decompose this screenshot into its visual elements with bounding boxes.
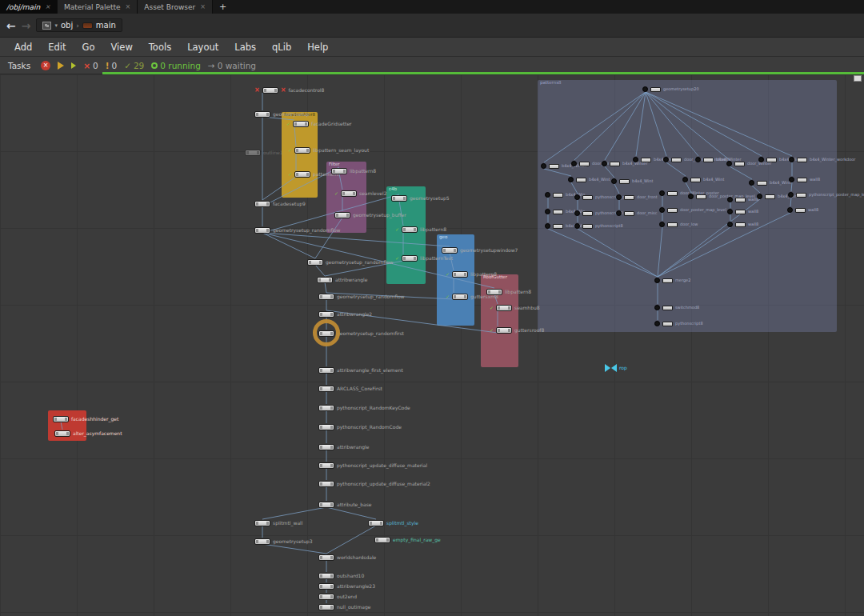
graph-node-r2[interactable]: ✓seamhbu8 bbox=[490, 304, 540, 311]
tab-close-icon[interactable]: × bbox=[200, 4, 206, 10]
dropdown-icon[interactable]: ▾ bbox=[54, 22, 58, 29]
graph-node-gE3[interactable]: door_low bbox=[659, 221, 698, 228]
node-dot bbox=[602, 161, 607, 166]
cancel-tasks-icon[interactable]: × bbox=[41, 61, 50, 70]
graph-node-m4[interactable]: geometrysetup_randomflow bbox=[254, 226, 341, 234]
network-canvas[interactable]: facadesolder8Filterc4bgeoRoofGutterpatte… bbox=[0, 74, 864, 616]
graph-node-p3[interactable]: geometrysetup_buffer bbox=[334, 211, 406, 218]
tab-label: Material Palette bbox=[64, 3, 121, 11]
graph-node-c14[interactable]: worldshardsdale bbox=[318, 554, 376, 561]
graph-node-gD6[interactable]: wall8 bbox=[787, 206, 818, 214]
breadcrumb-root[interactable]: obj bbox=[61, 21, 73, 30]
node-body bbox=[553, 224, 563, 229]
menu-layout[interactable]: Layout bbox=[179, 39, 226, 55]
menu-add[interactable]: Add bbox=[6, 39, 40, 55]
graph-node-gA9[interactable]: b4x4_Winter_workdoor bbox=[789, 156, 855, 163]
graph-node-y1[interactable]: ✓facadeGridsetter bbox=[286, 120, 352, 127]
back-icon[interactable]: ← bbox=[6, 20, 16, 31]
graph-node-s4[interactable]: empty_final_raw_ge bbox=[374, 536, 441, 543]
node-type-icon[interactable] bbox=[82, 22, 93, 29]
graph-node-s2[interactable]: geometrysetup3 bbox=[254, 538, 313, 545]
tab-obj-main[interactable]: /obj/main × bbox=[0, 0, 58, 14]
node-label: seamlevel2 bbox=[359, 191, 386, 196]
tab-material-palette[interactable]: Material Palette × bbox=[58, 0, 138, 14]
graph-node-c6[interactable]: attribwrangle_first_element bbox=[318, 366, 403, 374]
graph-node-gC3[interactable]: door_front bbox=[616, 194, 658, 201]
graph-node-xr[interactable]: rop bbox=[605, 364, 627, 371]
node-body bbox=[318, 554, 334, 561]
graph-node-c11[interactable]: pythonscript_update_diffuse_material bbox=[318, 462, 427, 469]
graph-node-c1[interactable]: geometrysetup_randomflow bbox=[307, 258, 394, 266]
menu-tools[interactable]: Tools bbox=[141, 39, 179, 55]
graph-node-p1[interactable]: libpattern8 bbox=[331, 167, 376, 174]
graph-node-m1[interactable]: ××facadecontrol8 bbox=[254, 86, 324, 94]
graph-node-y2[interactable]: ✓libpattern_seam_layout bbox=[288, 146, 369, 154]
breadcrumb-current[interactable]: main bbox=[96, 21, 116, 30]
graph-node-c8[interactable]: pythonscript_RandomKeyCode bbox=[318, 404, 410, 411]
graph-node-gB2[interactable]: b4x4_Wint bbox=[611, 178, 653, 185]
graph-node-c3[interactable]: geometrysetup_randomflow bbox=[318, 293, 405, 300]
new-tab-button[interactable]: + bbox=[213, 0, 233, 14]
tab-asset-browser[interactable]: Asset Browser × bbox=[138, 0, 213, 14]
graph-node-c10[interactable]: attribwrangle bbox=[318, 443, 369, 450]
cook-tasks-icon[interactable] bbox=[58, 62, 64, 70]
graph-node-gD3[interactable]: door_misc bbox=[616, 210, 657, 217]
graph-node-c13[interactable]: attribute_base bbox=[318, 501, 371, 508]
menu-edit[interactable]: Edit bbox=[40, 39, 74, 55]
node-body bbox=[334, 212, 350, 218]
graph-node-gD4[interactable]: door_poster_map_level bbox=[659, 206, 726, 214]
network-icon[interactable] bbox=[42, 22, 51, 30]
resume-tasks-icon[interactable] bbox=[71, 62, 76, 69]
graph-node-p2[interactable]: ✓seamlevel2 bbox=[334, 190, 386, 197]
graph-node-gC8[interactable]: pythonscript_poster_map_level bbox=[788, 191, 864, 198]
graph-node-c18[interactable]: null_outimage bbox=[318, 603, 370, 610]
node-body bbox=[307, 259, 323, 266]
menu-go[interactable]: Go bbox=[74, 39, 103, 55]
graph-node-c12[interactable]: pythonscript_update_diffuse_material2 bbox=[318, 480, 430, 487]
graph-node-m3[interactable]: facadesetup9 bbox=[254, 200, 306, 207]
graph-node-c2[interactable]: attribwrangle bbox=[317, 276, 367, 283]
tab-close-icon[interactable]: × bbox=[45, 4, 50, 10]
graph-node-r1[interactable]: libpattern8 bbox=[486, 288, 531, 295]
graph-node-gD5[interactable]: wall8 bbox=[727, 208, 758, 215]
menu-labs[interactable]: Labs bbox=[226, 39, 264, 55]
node-label: libpatternTest bbox=[420, 256, 453, 261]
graph-node-gM[interactable]: merge2 bbox=[654, 277, 690, 284]
node-body bbox=[496, 305, 512, 311]
graph-node-r3[interactable]: ✓guttersroof8 bbox=[490, 326, 544, 334]
graph-node-m2[interactable]: geometrysetup bbox=[254, 110, 310, 118]
menu-qlib[interactable]: qLib bbox=[264, 39, 299, 55]
graph-node-gE2[interactable]: pythonscript8 bbox=[574, 222, 623, 230]
graph-node-rb1[interactable]: facadeshhinder_get bbox=[53, 415, 118, 422]
tab-close-icon[interactable]: × bbox=[126, 4, 131, 10]
node-body bbox=[553, 193, 563, 198]
graph-node-b1[interactable]: geometrysetupwindow7 bbox=[442, 246, 518, 254]
graph-node-gh1[interactable]: outline1 bbox=[245, 149, 282, 156]
graph-node-t2[interactable]: ✓libpattern8 bbox=[395, 226, 446, 233]
menu-help[interactable]: Help bbox=[299, 39, 336, 55]
canvas-corner-widget[interactable] bbox=[854, 75, 862, 82]
graph-node-gP[interactable]: pythonscript8 bbox=[654, 320, 703, 327]
graph-node-gC6[interactable]: wall8 bbox=[727, 196, 758, 203]
graph-node-b2[interactable]: ✓libpattern8 bbox=[446, 270, 497, 278]
menu-view[interactable]: View bbox=[103, 39, 141, 55]
graph-node-gB4[interactable]: b4x4_Wint bbox=[749, 179, 790, 186]
forward-icon[interactable]: → bbox=[22, 20, 31, 31]
graph-node-c17[interactable]: out2end bbox=[318, 593, 357, 600]
graph-node-c15[interactable]: outshard10 bbox=[318, 572, 364, 579]
graph-node-gB5[interactable]: wall8 bbox=[789, 176, 820, 183]
graph-node-rb2[interactable]: alter_asymfacement bbox=[54, 430, 122, 437]
graph-node-t3[interactable]: ✓libpatternTest bbox=[395, 254, 453, 262]
graph-node-c16[interactable]: attribwrangle23 bbox=[318, 582, 375, 590]
graph-node-gB3[interactable]: b4x4_Wint bbox=[682, 176, 724, 183]
graph-node-gE4[interactable]: wall8 bbox=[727, 221, 758, 228]
graph-node-gB1[interactable]: b4x4_Wint bbox=[568, 176, 610, 183]
graph-node-c7[interactable]: ARCLASS_CoreFirst bbox=[318, 385, 382, 392]
graph-node-gS[interactable]: switchmod8 bbox=[654, 304, 699, 311]
graph-node-s1[interactable]: splitmtl_wall bbox=[254, 519, 302, 526]
graph-node-s3[interactable]: splitmtl_style bbox=[368, 519, 418, 526]
graph-node-c9[interactable]: pythonscript_RandomCode bbox=[318, 423, 402, 430]
graph-node-t1[interactable]: geometrysetup5 bbox=[391, 194, 450, 202]
graph-node-c4[interactable]: attribwrangle2 bbox=[318, 310, 372, 318]
graph-node-g0[interactable]: geometrysetup20 bbox=[642, 86, 699, 93]
